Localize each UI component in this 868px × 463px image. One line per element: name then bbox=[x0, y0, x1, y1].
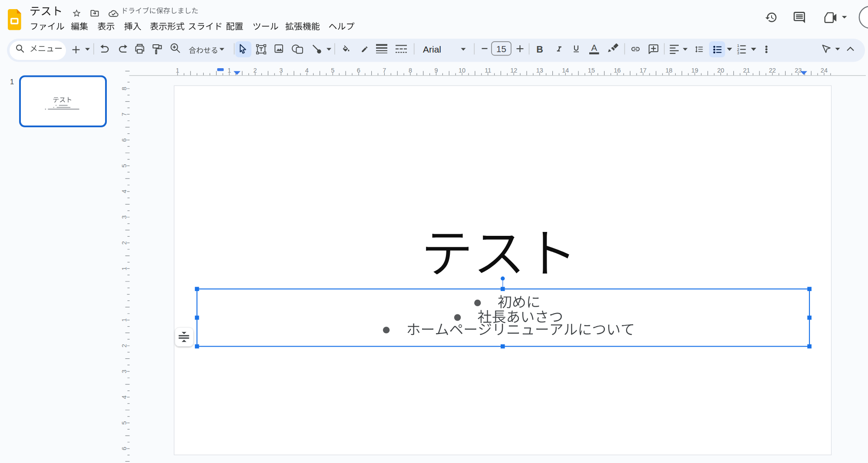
svg-text:5: 5 bbox=[331, 67, 334, 74]
svg-text:23: 23 bbox=[795, 67, 802, 74]
svg-text:18: 18 bbox=[666, 67, 673, 74]
svg-text:7: 7 bbox=[383, 67, 386, 74]
svg-text:1: 1 bbox=[121, 318, 128, 322]
svg-text:5: 5 bbox=[121, 164, 128, 168]
svg-text:1: 1 bbox=[121, 267, 128, 270]
svg-text:2: 2 bbox=[121, 344, 128, 347]
svg-text:1: 1 bbox=[176, 67, 179, 74]
svg-text:3: 3 bbox=[279, 67, 283, 74]
svg-text:7: 7 bbox=[121, 112, 128, 116]
svg-text:16: 16 bbox=[614, 67, 620, 74]
svg-text:19: 19 bbox=[691, 67, 698, 74]
svg-text:1: 1 bbox=[10, 78, 14, 86]
svg-text:10: 10 bbox=[459, 67, 465, 74]
svg-text:14: 14 bbox=[562, 67, 569, 74]
svg-text:12: 12 bbox=[510, 67, 517, 74]
svg-text:3: 3 bbox=[121, 370, 128, 373]
svg-text:2: 2 bbox=[121, 241, 128, 245]
svg-text:22: 22 bbox=[769, 67, 776, 74]
svg-text:2: 2 bbox=[254, 67, 257, 74]
svg-text:B: B bbox=[536, 44, 543, 55]
svg-text:17: 17 bbox=[640, 67, 647, 74]
svg-text:13: 13 bbox=[536, 67, 543, 74]
svg-text:6: 6 bbox=[121, 447, 128, 450]
svg-text:5: 5 bbox=[121, 421, 128, 425]
svg-text:3: 3 bbox=[737, 51, 739, 55]
svg-text:A: A bbox=[591, 43, 597, 53]
svg-text:8: 8 bbox=[121, 87, 128, 90]
svg-text:21: 21 bbox=[743, 67, 750, 74]
svg-text:3: 3 bbox=[121, 215, 128, 219]
svg-text:1: 1 bbox=[228, 67, 231, 74]
svg-text:Arial: Arial bbox=[423, 44, 441, 54]
svg-text:8: 8 bbox=[409, 67, 412, 74]
svg-text:6: 6 bbox=[357, 67, 360, 74]
svg-text:15: 15 bbox=[496, 44, 506, 54]
svg-text:4: 4 bbox=[121, 190, 128, 193]
svg-text:11: 11 bbox=[485, 67, 491, 74]
svg-text:4: 4 bbox=[121, 395, 128, 399]
svg-text:15: 15 bbox=[588, 67, 595, 74]
svg-text:24: 24 bbox=[821, 67, 828, 74]
svg-text:9: 9 bbox=[434, 67, 438, 74]
svg-text:20: 20 bbox=[717, 67, 724, 74]
svg-text:6: 6 bbox=[121, 138, 128, 142]
svg-text:4: 4 bbox=[305, 67, 309, 74]
